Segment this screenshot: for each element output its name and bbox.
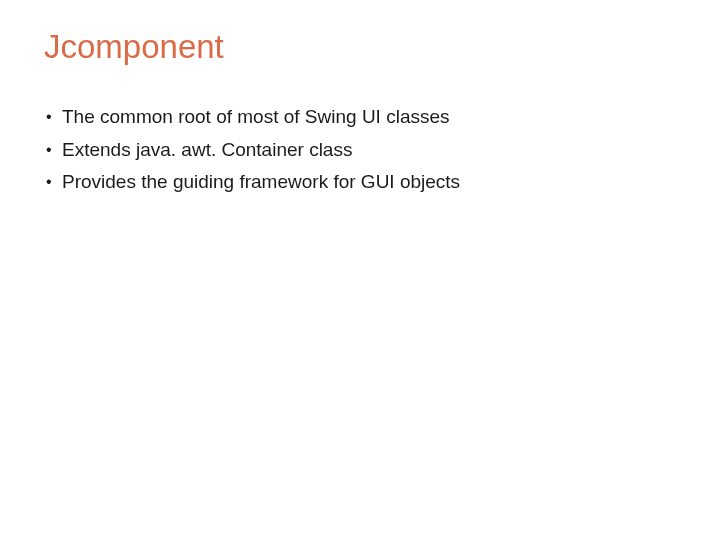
slide: Jcomponent The common root of most of Sw…	[0, 0, 720, 540]
list-item: Provides the guiding framework for GUI o…	[44, 169, 676, 196]
bullet-list: The common root of most of Swing UI clas…	[44, 104, 676, 196]
list-item: The common root of most of Swing UI clas…	[44, 104, 676, 131]
slide-title: Jcomponent	[44, 28, 676, 66]
list-item: Extends java. awt. Container class	[44, 137, 676, 164]
